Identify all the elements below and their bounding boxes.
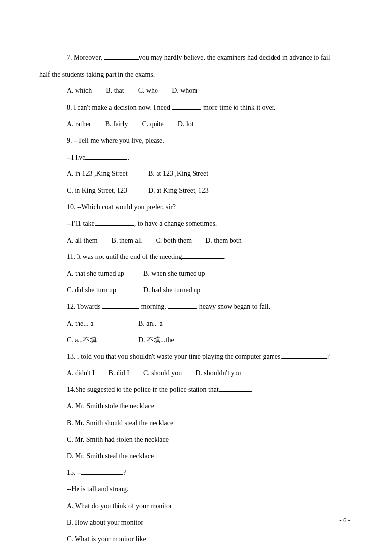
blank: [168, 308, 197, 309]
q7-pre: 7. Moreover,: [67, 54, 104, 61]
q13-pre: 13. I told you that you shouldn't waste …: [67, 353, 282, 360]
q8-c: C. quite: [142, 116, 163, 132]
q14-a: A. Mr. Smith stole the necklace: [67, 398, 353, 415]
q13-d: D. shouldn't you: [196, 365, 241, 382]
q8-a: A. rather: [67, 116, 91, 132]
q13-post: ?: [327, 353, 330, 360]
q14-d: D. Mr. Smith steal the necklace: [67, 448, 353, 465]
q7-options: A. whichB. thatC. whoD. whom: [67, 83, 353, 99]
blank: [104, 59, 139, 60]
q11-c: C. did she turn up: [67, 282, 143, 299]
q9-options-ab: A. in 123 ,King StreetB. at 123 ,King St…: [67, 166, 353, 182]
q10-a: A. all them: [67, 232, 98, 249]
q11-d: D. had she turned up: [143, 282, 200, 299]
q10-line2: --I'11 take, to have a change sometimes.: [67, 215, 353, 232]
q13-line: 13. I told you that you shouldn't waste …: [67, 348, 353, 365]
q15-post: ?: [123, 469, 126, 476]
q7-line1: 7. Moreover, you may hardly believe, the…: [39, 49, 353, 66]
page-number: - 6 -: [339, 512, 350, 528]
q12-d: D. 不填...the: [138, 332, 174, 348]
page-content: 7. Moreover, you may hardly believe, the…: [39, 49, 353, 548]
q10-d: D. them both: [205, 232, 242, 249]
q7-b: B. that: [106, 83, 124, 99]
q14-pre: 14.She suggested to the police in the po…: [67, 386, 219, 393]
q9-c: C. in King Street, 123: [67, 182, 148, 199]
q12-b: B. an... a: [138, 315, 163, 332]
q10-post: , to have a change sometimes.: [134, 220, 217, 227]
q12-line: 12. Towards morning, heavy snow began to…: [67, 299, 353, 315]
q15-a: A. What do you think of your monitor: [67, 498, 353, 514]
q11-pre: 11. It was not until the end of the meet…: [67, 253, 182, 260]
blank: [95, 225, 134, 226]
q14-b: B. Mr. Smith should steal the necklace: [67, 415, 353, 431]
blank: [85, 159, 127, 160]
q12-a: A. the... a: [67, 315, 138, 332]
q8-options: A. ratherB. fairlyC. quiteD. lot: [67, 116, 353, 132]
q9-line1: 9. --Tell me where you live, please.: [67, 132, 353, 149]
q13-a: A. didn't I: [67, 365, 95, 382]
q12-post: heavy snow began to fall.: [197, 303, 270, 310]
blank: [81, 474, 123, 475]
blank: [282, 358, 327, 359]
q14-c: C. Mr. Smith had stolen the necklace: [67, 431, 353, 448]
q9-a: A. in 123 ,King Street: [67, 166, 148, 182]
q15-c: C. What is your monitor like: [67, 531, 353, 548]
q10-options: A. all themB. them allC. both themD. the…: [67, 232, 353, 249]
q15-b: B. How about your monitor: [67, 514, 353, 531]
q9-pre: --I live: [67, 154, 85, 161]
q9-dot: .: [127, 154, 129, 161]
q8-line: 8. I can't make a decision now. I need m…: [67, 99, 353, 116]
q10-line1: 10. --Which coat would you prefer, sir?: [67, 199, 353, 215]
q15-line2: --He is tall and strong.: [67, 481, 353, 498]
q14-line: 14.She suggested to the police in the po…: [67, 382, 353, 398]
blank: [182, 258, 224, 259]
q13-c: C. should you: [143, 365, 182, 382]
q15-line: 15. --?: [67, 465, 353, 481]
q12-c: C. a...不填: [67, 332, 138, 348]
q8-d: D. lot: [178, 116, 194, 132]
q12-mid: morning,: [139, 303, 168, 310]
q11-options-cd: C. did she turn upD. had she turned up: [67, 282, 353, 299]
q11-options-ab: A. that she turned upB. when she turned …: [67, 265, 353, 282]
q10-b: B. them all: [112, 232, 142, 249]
q11-line: 11. It was not until the end of the meet…: [67, 249, 353, 265]
q7-d: D. whom: [172, 83, 197, 99]
q14-dot: .: [251, 386, 253, 393]
blank: [172, 109, 201, 110]
q9-line2: --I live.: [67, 149, 353, 166]
q7-post: you may hardly believe, the examiners ha…: [139, 54, 330, 61]
q9-d: D. at King Street, 123: [148, 182, 209, 199]
q11-dot: .: [224, 253, 226, 260]
blank: [102, 308, 139, 309]
q8-b: B. fairly: [105, 116, 128, 132]
q10-c: C. both them: [156, 232, 192, 249]
q12-options-ab: A. the... aB. an... a: [67, 315, 353, 332]
q7-c: C. who: [138, 83, 158, 99]
q13-options: A. didn't IB. did IC. should youD. shoul…: [67, 365, 353, 382]
q13-b: B. did I: [109, 365, 129, 382]
q12-pre: 12. Towards: [67, 303, 102, 310]
q8-post: more time to think it over.: [201, 104, 275, 111]
blank: [219, 391, 251, 392]
q8-pre: 8. I can't make a decision now. I need: [67, 104, 172, 111]
q9-options-cd: C. in King Street, 123D. at King Street,…: [67, 182, 353, 199]
q15-pre: 15. --: [67, 469, 81, 476]
q12-options-cd: C. a...不填D. 不填...the: [67, 332, 353, 348]
q11-b: B. when she turned up: [143, 265, 205, 282]
q10-pre: --I'11 take: [67, 220, 95, 227]
q7-line2: half the students taking part in the exa…: [39, 66, 353, 83]
q9-b: B. at 123 ,King Street: [148, 166, 208, 182]
q11-a: A. that she turned up: [67, 265, 143, 282]
q7-a: A. which: [67, 83, 92, 99]
